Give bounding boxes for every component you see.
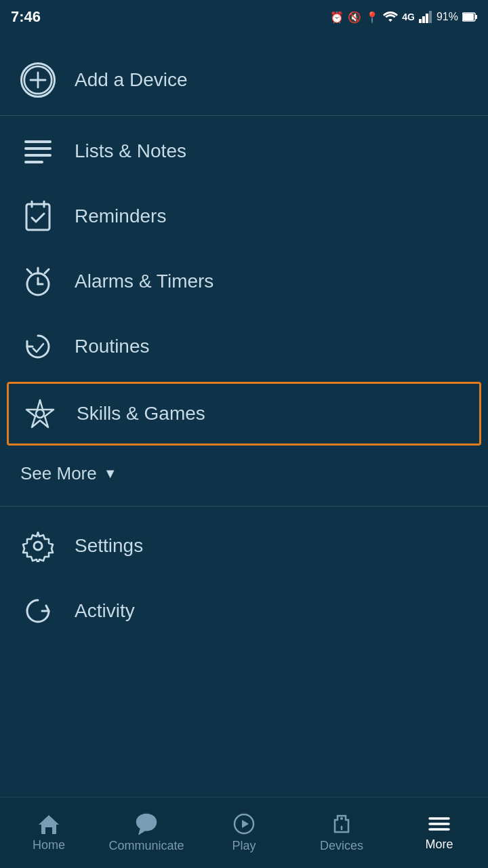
svg-point-23	[36, 410, 44, 418]
svg-rect-3	[429, 11, 432, 23]
svg-marker-29	[242, 820, 249, 828]
more-icon	[428, 814, 450, 833]
add-device-label: Add a Device	[75, 69, 188, 91]
svg-rect-27	[45, 827, 52, 834]
lists-notes-label: Lists & Notes	[75, 140, 186, 162]
reminders-label: Reminders	[75, 205, 166, 227]
lists-notes-item[interactable]: Lists & Notes	[0, 119, 488, 184]
lists-notes-icon	[20, 134, 56, 169]
alarms-timers-icon	[20, 264, 56, 299]
nav-communicate[interactable]: Communicate	[98, 797, 195, 868]
home-icon	[37, 814, 60, 834]
status-icons: ⏰ 🔇 📍 4G 91%	[330, 11, 477, 24]
main-content: Add a Device Lists & Notes Reminders	[0, 34, 488, 657]
play-icon	[233, 813, 255, 835]
nav-play[interactable]: Play	[195, 797, 293, 868]
nav-home-label: Home	[33, 838, 65, 852]
routines-icon	[20, 329, 56, 364]
nav-devices[interactable]: Devices	[293, 797, 390, 868]
skills-games-icon	[22, 396, 58, 431]
activity-icon	[20, 593, 56, 629]
svg-rect-6	[475, 15, 477, 19]
reminders-item[interactable]: Reminders	[0, 184, 488, 249]
alarms-timers-label: Alarms & Timers	[75, 271, 214, 292]
skills-games-item[interactable]: Skills & Games	[7, 382, 481, 446]
divider-2	[0, 506, 488, 507]
routines-label: Routines	[75, 336, 150, 357]
svg-line-21	[27, 269, 31, 273]
see-more-item[interactable]: See More ▼	[0, 448, 488, 499]
battery-icon	[462, 12, 477, 22]
wifi-icon	[383, 11, 398, 23]
divider-1	[0, 115, 488, 116]
add-device-item[interactable]: Add a Device	[0, 47, 488, 113]
see-more-label: See More	[20, 463, 97, 484]
nav-devices-label: Devices	[320, 839, 363, 853]
alarms-timers-item[interactable]: Alarms & Timers	[0, 249, 488, 314]
svg-point-30	[340, 817, 343, 820]
battery-text: 91%	[436, 11, 458, 23]
settings-icon	[20, 528, 56, 564]
alarm-icon: ⏰	[330, 11, 344, 24]
signal-icon	[419, 11, 432, 23]
nav-more[interactable]: More	[390, 797, 488, 868]
chevron-down-icon: ▼	[104, 466, 117, 481]
mute-icon: 🔇	[348, 11, 361, 24]
reminders-icon	[20, 199, 56, 234]
settings-label: Settings	[75, 535, 143, 557]
svg-rect-1	[422, 16, 425, 23]
status-bar: 7:46 ⏰ 🔇 📍 4G 91%	[0, 0, 488, 34]
devices-icon	[331, 813, 352, 835]
nav-home[interactable]: Home	[0, 797, 98, 868]
4g-icon: 4G	[402, 12, 415, 22]
activity-label: Activity	[75, 600, 135, 622]
communicate-icon	[136, 813, 157, 835]
svg-rect-2	[426, 14, 428, 23]
location-icon: 📍	[365, 11, 379, 24]
svg-rect-14	[26, 204, 49, 230]
bottom-nav: Home Communicate Play Devices	[0, 797, 488, 868]
svg-rect-5	[463, 14, 474, 20]
svg-point-24	[34, 542, 42, 550]
svg-rect-0	[419, 19, 422, 23]
skills-games-label: Skills & Games	[77, 403, 205, 425]
routines-item[interactable]: Routines	[0, 314, 488, 379]
svg-marker-26	[39, 815, 59, 825]
add-device-icon	[20, 62, 56, 98]
nav-communicate-label: Communicate	[108, 839, 184, 853]
nav-play-label: Play	[232, 839, 256, 853]
svg-line-22	[45, 269, 49, 273]
status-time: 7:46	[11, 8, 41, 26]
activity-item[interactable]: Activity	[0, 578, 488, 644]
settings-item[interactable]: Settings	[0, 513, 488, 578]
nav-more-label: More	[425, 837, 453, 852]
